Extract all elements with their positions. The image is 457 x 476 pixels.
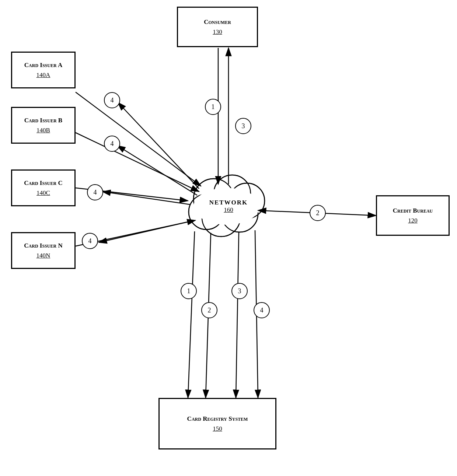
consumer-title: Consumer (204, 18, 231, 26)
step-circle-4-issuer-c: 4 (87, 184, 103, 200)
card-issuer-n-id: 140N (36, 252, 50, 259)
network-id: 160 (205, 206, 252, 214)
card-issuer-a-title: Card Issuer A (24, 61, 62, 69)
credit-bureau-box: Credit Bureau 120 (376, 195, 450, 236)
credit-bureau-title: Credit Bureau (393, 207, 433, 215)
step-circle-1-bottom: 1 (181, 283, 197, 299)
network-label: NETWORK 160 (205, 199, 252, 214)
card-issuer-b-id: 140B (36, 127, 50, 134)
card-issuer-c-box: Card Issuer C 140C (11, 169, 76, 206)
card-issuer-b-title: Card Issuer B (24, 116, 62, 125)
step-circle-4-issuer-n: 4 (82, 233, 98, 249)
arrow-network-registry-1 (188, 231, 195, 398)
card-issuer-n-box: Card Issuer N 140N (11, 232, 76, 269)
consumer-box: Consumer 130 (177, 7, 258, 47)
step-circle-2-right: 2 (310, 205, 326, 221)
card-registry-id: 150 (213, 425, 222, 433)
step-circle-4-issuer-b: 4 (104, 136, 120, 152)
card-issuer-b-box: Card Issuer B 140B (11, 107, 76, 144)
card-issuer-a-box: Card Issuer A 140A (11, 52, 76, 88)
step-circle-4-issuer-a: 4 (104, 92, 120, 108)
step-circle-3-top: 3 (235, 118, 251, 134)
card-issuer-c-id: 140C (36, 189, 50, 197)
card-issuer-n-title: Card Issuer N (24, 242, 62, 250)
network-title: NETWORK (205, 199, 252, 206)
card-registry-box: Card Registry System 150 (158, 398, 276, 449)
step-circle-1-top: 1 (205, 99, 221, 115)
arrow-network-registry-3 (236, 232, 239, 398)
credit-bureau-id: 120 (408, 217, 418, 224)
arrow-from-issuer-b (76, 133, 199, 192)
arrow-from-issuer-a (76, 92, 201, 186)
step-circle-3-bottom: 3 (231, 283, 248, 299)
step-circle-2-bottom: 2 (201, 302, 217, 318)
diagram-container: Consumer 130 Credit Bureau 120 Card Regi… (0, 0, 457, 476)
arrow-to-issuer-c (102, 192, 190, 204)
card-issuer-a-id: 140A (36, 71, 50, 79)
card-issuer-c-title: Card Issuer C (24, 179, 62, 187)
step-circle-4-bottom: 4 (254, 302, 270, 318)
card-registry-title: Card Registry System (187, 415, 248, 423)
consumer-id: 130 (213, 28, 222, 36)
